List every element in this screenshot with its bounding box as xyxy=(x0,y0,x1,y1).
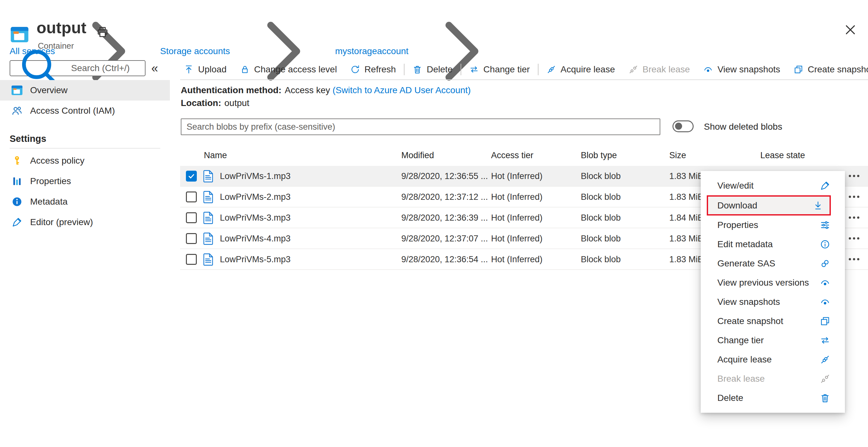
trash-icon xyxy=(820,393,830,403)
toolbar-break-lease-button: Break lease xyxy=(622,60,697,79)
blob-name-link[interactable]: LowPriVMs-1.mp3 xyxy=(220,171,291,181)
sidebar-section-settings: Settings xyxy=(0,129,170,148)
toolbar-change-access-level-button[interactable]: Change access level xyxy=(234,60,344,79)
row-more-button[interactable] xyxy=(849,166,859,186)
row-more-button[interactable] xyxy=(849,228,859,248)
authentication-method-line: Authentication method:Access key (Switch… xyxy=(181,85,471,95)
sidebar-item-access-policy[interactable]: Access policy xyxy=(0,150,170,171)
collapse-sidebar-icon[interactable]: « xyxy=(151,60,158,76)
location-line: Location:output xyxy=(181,98,249,108)
row-checkbox[interactable] xyxy=(186,212,197,223)
toolbar-change-tier-button[interactable]: Change tier xyxy=(463,60,536,79)
file-icon xyxy=(203,212,213,224)
menu-item-label: Acquire lease xyxy=(717,354,772,365)
row-more-button[interactable] xyxy=(849,187,859,207)
snapshot-icon xyxy=(794,65,803,74)
menu-item-properties[interactable]: Properties xyxy=(701,215,845,235)
menu-item-create-snapshot[interactable]: Create snapshot xyxy=(701,312,845,331)
row-checkbox[interactable] xyxy=(186,254,197,265)
sidebar-item-label: Access policy xyxy=(30,156,85,166)
menu-item-label: Download xyxy=(717,201,757,211)
cell-modified: 9/28/2020, 12:36:54 ... xyxy=(401,254,488,264)
sidebar-item-properties[interactable]: Properties xyxy=(0,171,170,192)
cell-size: 1.83 MiB xyxy=(669,192,704,202)
menu-item-label: Delete xyxy=(717,393,743,403)
column-header-modified[interactable]: Modified xyxy=(401,150,434,161)
break-lease-icon xyxy=(628,65,638,74)
toolbar-separator xyxy=(538,64,538,75)
menu-item-break-lease: Break lease xyxy=(701,369,845,388)
menu-item-change-tier[interactable]: Change tier xyxy=(701,331,845,350)
file-icon xyxy=(203,170,213,182)
menu-item-label: Create snapshot xyxy=(717,316,783,326)
sidebar-item-metadata[interactable]: Metadata xyxy=(0,192,170,212)
column-header-lease-state[interactable]: Lease state xyxy=(760,150,805,161)
blob-name-link[interactable]: LowPriVMs-3.mp3 xyxy=(220,213,291,222)
cell-size: 1.83 MiB xyxy=(669,254,704,264)
menu-item-generate-sas[interactable]: Generate SAS xyxy=(701,254,845,273)
pencil-icon xyxy=(11,217,23,228)
switch-auth-link[interactable]: (Switch to Azure AD User Account) xyxy=(333,85,471,95)
menu-item-view-snapshots[interactable]: View snapshots xyxy=(701,293,845,312)
menu-item-delete[interactable]: Delete xyxy=(701,388,845,408)
menu-item-label: Properties xyxy=(717,220,758,230)
menu-item-view-edit[interactable]: View/edit xyxy=(701,176,845,195)
show-deleted-blobs-toggle[interactable] xyxy=(673,121,694,132)
auth-method-value: Access key xyxy=(285,85,330,95)
info-filled-icon xyxy=(11,196,23,207)
menu-item-download[interactable]: Download xyxy=(707,195,831,215)
column-header-name[interactable]: Name xyxy=(204,150,227,161)
cell-access-tier: Hot (Inferred) xyxy=(491,254,542,264)
toolbar-delete-button[interactable]: Delete xyxy=(406,60,459,79)
row-checkbox[interactable] xyxy=(186,233,197,244)
blob-name-link[interactable]: LowPriVMs-2.mp3 xyxy=(220,192,291,202)
cell-blob-type: Block blob xyxy=(581,233,621,243)
toolbar-button-label: Change access level xyxy=(254,64,337,75)
blob-name-link[interactable]: LowPriVMs-5.mp3 xyxy=(220,254,291,264)
column-header-size[interactable]: Size xyxy=(669,150,686,161)
toolbar-create-snapshot-button[interactable]: Create snapshot xyxy=(787,60,868,79)
blob-name-link[interactable]: LowPriVMs-4.mp3 xyxy=(220,233,291,243)
row-checkbox[interactable] xyxy=(186,192,197,202)
section-divider xyxy=(10,148,160,148)
toolbar-button-label: Create snapshot xyxy=(808,64,868,75)
acquire-lease-icon xyxy=(820,354,830,365)
column-header-blob-type[interactable]: Blob type xyxy=(581,150,617,161)
cell-modified: 9/28/2020, 12:36:39 ... xyxy=(401,213,488,222)
cell-modified: 9/28/2020, 12:37:07 ... xyxy=(401,233,488,243)
sidebar-item-editor-preview[interactable]: Editor (preview) xyxy=(0,212,170,233)
info-outline-icon xyxy=(820,239,830,249)
page-title: output xyxy=(36,19,86,37)
menu-item-edit-metadata[interactable]: Edit metadata xyxy=(701,235,845,254)
cell-blob-type: Block blob xyxy=(581,213,621,222)
location-label: Location: xyxy=(181,98,221,108)
blob-prefix-search-input[interactable] xyxy=(181,118,660,135)
sidebar-searchbox[interactable] xyxy=(10,60,146,76)
row-more-button[interactable] xyxy=(849,207,859,228)
toolbar-button-label: Upload xyxy=(198,64,227,75)
table-header: NameModifiedAccess tierBlob typeSizeLeas… xyxy=(180,145,868,166)
location-value: output xyxy=(224,98,249,108)
toolbar-refresh-button[interactable]: Refresh xyxy=(344,60,403,79)
column-header-access-tier[interactable]: Access tier xyxy=(491,150,533,161)
sidebar-item-overview[interactable]: Overview xyxy=(0,80,170,101)
cell-blob-type: Block blob xyxy=(581,254,621,264)
menu-item-acquire-lease[interactable]: Acquire lease xyxy=(701,350,845,369)
toolbar-upload-button[interactable]: Upload xyxy=(180,60,234,79)
eye-icon xyxy=(820,297,830,307)
sidebar-item-access-control-iam[interactable]: Access Control (IAM) xyxy=(0,101,170,121)
toolbar-button-label: Acquire lease xyxy=(561,64,615,75)
toolbar-acquire-lease-button[interactable]: Acquire lease xyxy=(540,60,622,79)
sidebar-search-input[interactable] xyxy=(70,63,141,74)
menu-item-label: Edit metadata xyxy=(717,239,773,249)
cell-blob-type: Block blob xyxy=(581,192,621,202)
row-checkbox[interactable] xyxy=(186,171,197,181)
menu-item-label: Change tier xyxy=(717,335,764,345)
menu-item-label: View/edit xyxy=(717,181,753,191)
cell-size: 1.83 MiB xyxy=(669,171,704,181)
toolbar-view-snapshots-button[interactable]: View snapshots xyxy=(696,60,787,79)
menu-item-view-previous-versions[interactable]: View previous versions xyxy=(701,273,845,293)
menu-item-label: View snapshots xyxy=(717,297,780,307)
print-icon[interactable] xyxy=(96,26,109,38)
row-more-button[interactable] xyxy=(849,249,859,269)
